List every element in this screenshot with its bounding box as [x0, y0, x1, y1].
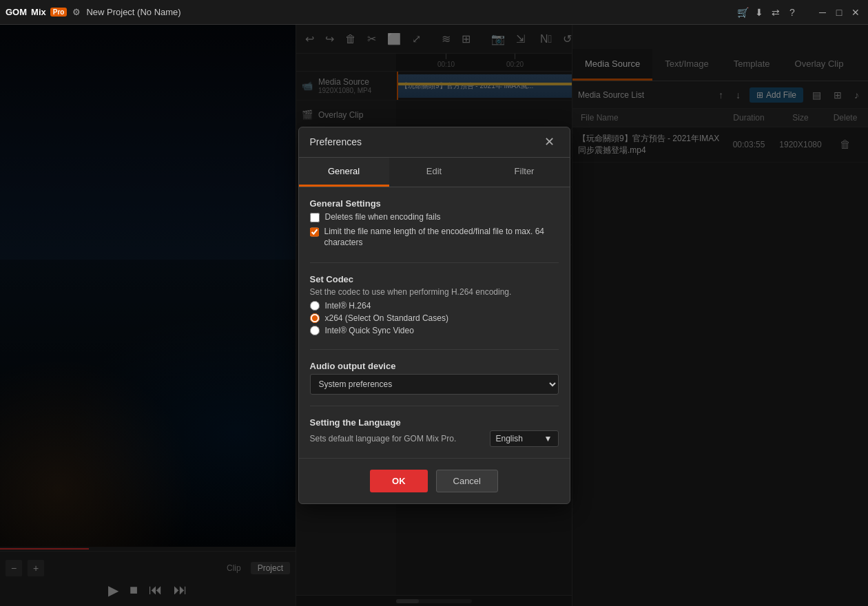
audio-output-title: Audio output device: [310, 361, 559, 371]
prefs-close-button[interactable]: ✕: [540, 133, 559, 151]
prefs-content: General Settings Deletes file when encod…: [299, 187, 570, 458]
project-name: New Project (No Name): [86, 7, 180, 17]
dialog-overlay: Preferences ✕ General Edit Filter Genera…: [0, 25, 868, 606]
app-logo: GOM Mix Pro: [6, 7, 67, 17]
prefs-cancel-button[interactable]: Cancel: [436, 470, 498, 492]
settings-icon[interactable]: ⚙: [72, 7, 81, 17]
help-icon[interactable]: ?: [785, 6, 799, 19]
checkbox-row-2: Limit the file name length of the encode…: [310, 226, 559, 249]
prefs-tabs: General Edit Filter: [299, 158, 570, 187]
app-name-mix: Mix: [31, 7, 46, 17]
prefs-footer: OK Cancel: [299, 458, 570, 503]
prefs-ok-button[interactable]: OK: [370, 470, 428, 492]
titlebar: GOM Mix Pro ⚙ New Project (No Name) 🛒 ⬇ …: [0, 0, 868, 25]
intel-h264-label: Intel® H.264: [325, 301, 371, 311]
close-button[interactable]: ✕: [849, 6, 862, 19]
pro-badge: Pro: [50, 8, 68, 17]
limit-filename-label: Limit the file name length of the encode…: [324, 226, 559, 249]
radio-row-quicksync: Intel® Quick Sync Video: [310, 326, 559, 335]
prefs-tab-filter[interactable]: Filter: [479, 158, 570, 187]
prefs-title: Preferences: [310, 136, 540, 147]
deletes-file-checkbox[interactable]: [310, 213, 320, 222]
general-settings-title: General Settings: [310, 198, 559, 209]
language-selected-value: English: [496, 434, 523, 443]
audio-output-select[interactable]: System preferences Default Device: [310, 374, 559, 395]
codec-desc: Set the codec to use when performing H.2…: [310, 287, 559, 297]
limit-filename-checkbox[interactable]: [310, 227, 319, 237]
language-row: Sets default language for GOM Mix Pro. E…: [310, 430, 559, 447]
prefs-titlebar: Preferences ✕: [299, 127, 570, 158]
language-section: Setting the Language Sets default langua…: [310, 417, 559, 447]
codec-title: Set Codec: [310, 274, 559, 284]
maximize-button[interactable]: □: [832, 6, 846, 19]
checkbox-row-1: Deletes file when encoding fails: [310, 211, 559, 223]
app-name-gom: GOM: [6, 7, 27, 17]
cart-icon[interactable]: 🛒: [736, 6, 750, 19]
codec-section: Set Codec Set the codec to use when perf…: [310, 274, 559, 338]
radio-row-intel264: Intel® H.264: [310, 301, 559, 311]
language-title: Setting the Language: [310, 417, 559, 428]
x264-label: x264 (Select On Standard Cases): [325, 313, 448, 323]
divider-1: [310, 262, 559, 263]
deletes-file-label: Deletes file when encoding fails: [325, 211, 441, 223]
divider-3: [310, 406, 559, 406]
divider-2: [310, 349, 559, 350]
radio-row-x264: x264 (Select On Standard Cases): [310, 313, 559, 323]
audio-output-section: Audio output device System preferences D…: [310, 361, 559, 395]
minimize-button[interactable]: ─: [816, 6, 829, 19]
language-desc: Sets default language for GOM Mix Pro.: [310, 434, 457, 443]
chevron-down-icon: ▼: [544, 434, 552, 443]
language-select-wrapper[interactable]: English ▼: [490, 430, 559, 447]
x264-radio[interactable]: [310, 313, 320, 323]
intel-h264-radio[interactable]: [310, 301, 320, 311]
prefs-tab-general[interactable]: General: [299, 158, 389, 187]
quicksync-label: Intel® Quick Sync Video: [325, 326, 414, 335]
quicksync-radio[interactable]: [310, 326, 320, 335]
preferences-dialog: Preferences ✕ General Edit Filter Genera…: [298, 127, 570, 504]
swap-icon[interactable]: ⇄: [769, 6, 783, 19]
general-settings-section: General Settings Deletes file when encod…: [310, 198, 559, 251]
window-controls: 🛒 ⬇ ⇄ ? ─ □ ✕: [736, 6, 862, 19]
prefs-tab-edit[interactable]: Edit: [389, 158, 479, 187]
download-icon[interactable]: ⬇: [752, 6, 766, 19]
